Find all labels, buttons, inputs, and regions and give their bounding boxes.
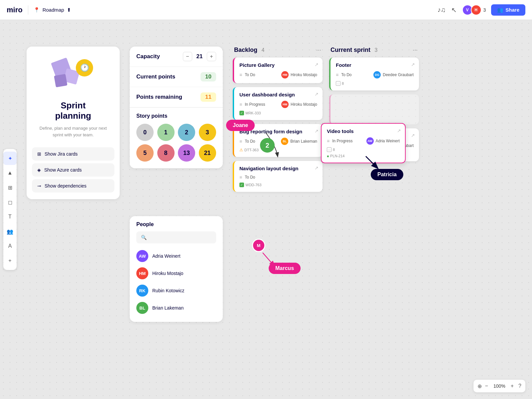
assignee-name-2: Hiroku Mostajo xyxy=(291,102,317,107)
sprint-col-menu-icon[interactable]: ··· xyxy=(413,47,418,54)
story-dots: 0 1 2 3 5 8 13 21 xyxy=(136,124,216,162)
joane-label: Joane xyxy=(233,122,248,128)
card-meta-1: ≡ To Do xyxy=(239,72,255,77)
cursor-icon: ↖ xyxy=(451,6,457,14)
list-icon-4: ≡ xyxy=(239,175,242,180)
micro-avatar-dg: DG xyxy=(373,71,381,78)
story-dot-21[interactable]: 21 xyxy=(199,144,216,162)
share-button[interactable]: 👥 Share xyxy=(491,4,525,16)
card-move-4[interactable]: ↗ xyxy=(315,165,319,171)
avatar-group: V H 3 xyxy=(462,5,486,15)
card-move-3[interactable]: ↗ xyxy=(315,128,319,134)
card-status-4: To Do xyxy=(245,175,255,180)
card-status-2: In Progress xyxy=(245,102,265,107)
sprint-points-1: 8 xyxy=(342,81,344,85)
text-tool[interactable]: T xyxy=(3,210,17,223)
sparkle-tool[interactable]: ✦ xyxy=(3,152,17,165)
story-dot-2[interactable]: 2 xyxy=(178,124,195,141)
sprint-panel: 🕐 Sprintplanning Define, plan and manage… xyxy=(27,47,120,199)
card-move-2[interactable]: ↗ xyxy=(315,91,319,97)
warning-icon: ⚠ xyxy=(239,148,243,152)
micro-avatar-aw: AW xyxy=(366,137,374,145)
layers-icon[interactable]: ⊕ xyxy=(477,383,482,389)
sprint-card-move-1[interactable]: ↗ xyxy=(411,62,415,67)
topbar-right: ♪♫ ↖ V H 3 👥 Share xyxy=(438,4,526,16)
backlog-header: Backlog 4 ··· xyxy=(233,47,323,54)
card-title-picture-gallery: Picture Gallery xyxy=(239,62,317,68)
avatar-brian: BL xyxy=(136,302,148,314)
card-status-1: To Do xyxy=(245,72,255,77)
frame-tool[interactable]: ⊞ xyxy=(3,181,17,194)
sprint-illustration: 🕐 xyxy=(47,57,100,96)
show-jira-button[interactable]: ⊞ Show Jira cards xyxy=(32,147,114,161)
story-dot-13[interactable]: 13 xyxy=(178,144,195,162)
topbar: miro 📍 Roadmap ⬆ ♪♫ ↖ V H 3 👥 Share xyxy=(0,0,532,20)
search-icon: 🔍 xyxy=(141,235,147,240)
backlog-title: Backlog xyxy=(234,47,257,53)
share-label: Share xyxy=(505,7,519,13)
page-icon-vt: □ xyxy=(327,147,332,152)
card-move-1[interactable]: ↗ xyxy=(315,62,319,67)
sticky-tool[interactable]: ◻ xyxy=(3,196,17,209)
zoom-in-btn[interactable]: + xyxy=(509,382,516,390)
illus-shape-3 xyxy=(54,74,67,87)
points-remaining-label: Points remaining xyxy=(136,94,182,100)
capacity-controls: − 21 + xyxy=(183,52,216,61)
pen-tool[interactable]: A xyxy=(3,239,17,253)
capacity-increase[interactable]: + xyxy=(207,52,216,61)
video-tools-pln-id: PLN-214 xyxy=(330,154,344,158)
sprint-actions: ⊞ Show Jira cards ◈ Show Azure cards ⊸ S… xyxy=(27,145,120,199)
status-text-1: To Do xyxy=(245,72,255,77)
team-tool[interactable]: 👥 xyxy=(3,225,17,238)
select-tool[interactable]: ▲ xyxy=(3,166,17,180)
show-dependencies-button[interactable]: ⊸ Show dependencies xyxy=(32,179,114,193)
capacity-panel: Capacity − 21 + Current points 10 Points… xyxy=(130,47,223,168)
left-toolbar: ✦ ▲ ⊞ ◻ T 👥 A + xyxy=(3,149,17,270)
story-dot-5[interactable]: 5 xyxy=(136,144,154,162)
sprint-card-move-3[interactable]: ↗ xyxy=(411,132,415,138)
checkbox-icon-4: ✓ xyxy=(239,183,244,187)
card-title-footer: Footer xyxy=(336,62,414,68)
sprint-card-meta-1: ≡ To Do xyxy=(336,72,352,77)
list-icon-2: ≡ xyxy=(239,102,242,107)
show-azure-button[interactable]: ◈ Show Azure cards xyxy=(32,163,114,177)
zoom-out-btn[interactable]: − xyxy=(483,382,490,390)
video-tools-move[interactable]: ↗ xyxy=(397,128,401,134)
backlog-menu-icon[interactable]: ··· xyxy=(316,47,321,54)
points-remaining-row: Points remaining 11 xyxy=(130,87,223,107)
card-title-user-dashboard: User dashboard design xyxy=(239,92,317,97)
current-points-value: 10 xyxy=(200,72,216,81)
share-icon: 👥 xyxy=(497,7,503,13)
jira-icon: ⊞ xyxy=(37,151,41,157)
card-meta-4: ≡ To Do xyxy=(239,175,255,180)
micro-avatar-hm-2: HM xyxy=(281,101,289,108)
capacity-row: Capacity − 21 + xyxy=(130,47,223,67)
backlog-title-group: Backlog 4 xyxy=(234,47,264,54)
card-assignee-2: HM Hiroku Mostajo xyxy=(281,101,317,108)
story-dot-0[interactable]: 0 xyxy=(136,124,154,141)
sprint-card-tag-1: □ 8 xyxy=(336,81,414,86)
people-panel: People 🔍 AW Adria Weinert HM Hiroku Most… xyxy=(130,216,223,322)
marcus-avatar-float: M xyxy=(252,239,265,252)
story-dot-3[interactable]: 3 xyxy=(199,124,216,141)
sprint-card-row-1: ≡ To Do DG Deedee Graubart xyxy=(336,71,414,78)
name-brian: Brian Lakeman xyxy=(152,305,184,311)
number-2-badge: 2 xyxy=(260,138,275,153)
avatar-rubin: RK xyxy=(136,285,148,297)
people-search-bar[interactable]: 🔍 xyxy=(136,231,216,243)
video-tools-pln: ■ PLN-214 xyxy=(327,154,400,158)
card-status-3: To Do xyxy=(245,139,255,144)
card-picture-gallery: Picture Gallery ≡ To Do HM Hiroku Mostaj… xyxy=(233,58,323,83)
zoom-level: 100% xyxy=(491,383,507,389)
board-title: Roadmap xyxy=(43,7,64,13)
current-points-row: Current points 10 xyxy=(130,67,223,87)
help-icon[interactable]: ? xyxy=(518,383,521,389)
assignee-name-3: Brian Lakeman xyxy=(290,139,317,144)
tag-id-2: MRK-333 xyxy=(245,111,261,115)
person-rubin: RK Rubin Kotowicz xyxy=(136,282,216,299)
story-dot-8[interactable]: 8 xyxy=(157,144,175,162)
capacity-decrease[interactable]: − xyxy=(183,52,192,61)
sprint-col-header: Current sprint 3 ··· xyxy=(329,47,419,54)
add-tool[interactable]: + xyxy=(3,254,17,267)
story-dot-1[interactable]: 1 xyxy=(157,124,175,141)
